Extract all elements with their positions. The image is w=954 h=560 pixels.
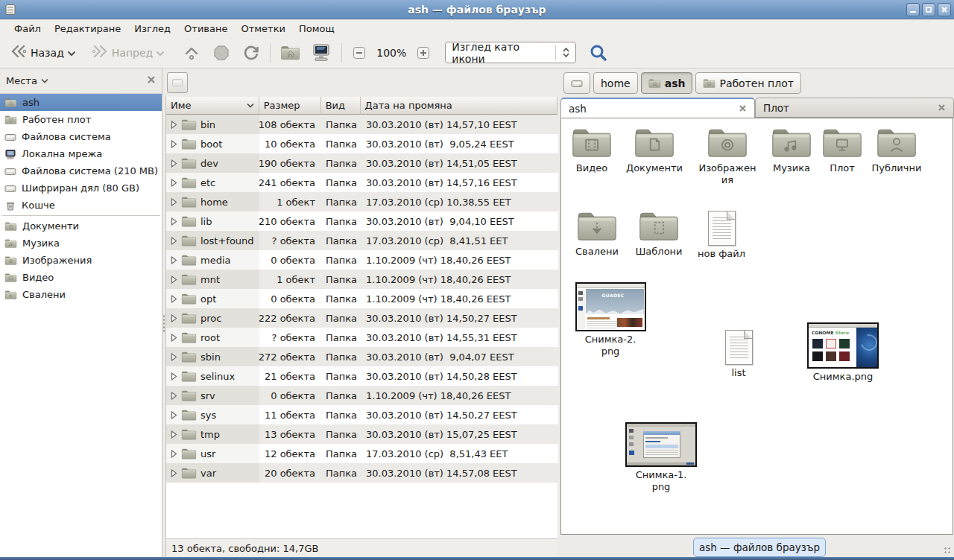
expander-icon[interactable] [171, 295, 177, 303]
reload-button[interactable] [238, 41, 264, 65]
file-item-нов-файл[interactable]: нов файл [694, 211, 749, 260]
icon-item-документи[interactable]: Документи [620, 126, 689, 174]
sidebar-item-локална-мрежа[interactable]: Локална мрежа [0, 145, 162, 162]
expander-icon[interactable] [171, 256, 177, 264]
zoom-in-button[interactable] [412, 42, 435, 63]
search-button[interactable] [585, 40, 612, 66]
sidebar-item-файлова-система[interactable]: Файлова система [0, 128, 162, 145]
table-row-etc[interactable]: etc241 обектаПапка30.03.2010 (вт) 14,57,… [166, 173, 558, 192]
table-row-mnt[interactable]: mnt1 обектПапка1.10.2009 (чт) 18,40,26 E… [166, 270, 558, 289]
column-header-type[interactable]: Вид [321, 97, 361, 115]
menu-edit[interactable]: Редактиране [48, 21, 127, 36]
table-row-srv[interactable]: srv0 обектаПапка1.10.2009 (чт) 18,40,26 … [166, 386, 558, 405]
sidebar-item-свалени[interactable]: Свалени [0, 286, 162, 303]
view-mode-spinner-icon[interactable] [556, 48, 575, 57]
back-button[interactable]: Назад [6, 40, 80, 65]
table-row-proc[interactable]: proc222 обектаПапка30.03.2010 (вт) 14,50… [166, 308, 558, 328]
expander-icon[interactable] [171, 314, 177, 322]
expander-icon[interactable] [171, 198, 177, 206]
menu-bookmarks[interactable]: Отметки [234, 21, 291, 36]
restore-button[interactable] [922, 3, 935, 16]
sidebar-item-шифриран-дял-80-gb-[interactable]: Шифриран дял (80 GB) [0, 179, 162, 197]
table-row-sys[interactable]: sys11 обектаПапка30.03.2010 (вт) 14,50,2… [166, 405, 558, 424]
sidebar-item-ash[interactable]: ash [0, 94, 162, 111]
expander-icon[interactable] [171, 430, 177, 439]
table-row-tmp[interactable]: tmp13 обектаПапка30.03.2010 (вт) 15,07,2… [166, 424, 558, 444]
menu-help[interactable]: Помощ [292, 21, 341, 36]
table-row-sbin[interactable]: sbin272 обектаПапка30.03.2010 (вт) 9,04,… [166, 347, 558, 366]
sidebar-item-документи[interactable]: Документи [0, 217, 162, 235]
pane-location-button[interactable] [167, 72, 188, 93]
expander-icon[interactable] [171, 217, 177, 226]
tab-ash[interactable]: ash [560, 98, 755, 118]
table-row-dev[interactable]: dev190 обектаПапка30.03.2010 (вт) 14,51,… [166, 153, 558, 173]
breadcrumb-filesystem[interactable] [563, 72, 590, 94]
up-button[interactable] [179, 41, 204, 65]
table-row-selinux[interactable]: selinux21 обектаПапка30.03.2010 (вт) 14,… [166, 366, 558, 386]
tab-close-icon[interactable] [938, 104, 946, 112]
column-header-size[interactable]: Размер [259, 97, 321, 115]
table-row-media[interactable]: media0 обектаПапка1.10.2009 (чт) 18,40,2… [166, 250, 558, 270]
menu-file[interactable]: Файл [7, 21, 48, 36]
tab-плот[interactable]: Плот [755, 98, 954, 118]
close-button[interactable] [938, 3, 951, 16]
image-item--1-png[interactable]: Снимка-1.png [635, 422, 687, 493]
menu-view[interactable]: Изглед [127, 21, 177, 36]
icon-item-шаблони[interactable]: Шаблони [625, 209, 693, 258]
image-item--2-png[interactable]: GUADEC Снимка-2.png [584, 282, 636, 357]
breadcrumb-ash[interactable]: ash [641, 72, 693, 94]
expander-icon[interactable] [171, 469, 177, 477]
column-header-name[interactable]: Име [166, 97, 259, 115]
expander-icon[interactable] [171, 159, 177, 168]
table-row-var[interactable]: var20 обектаПапка30.03.2010 (вт) 14,57,0… [166, 463, 558, 483]
expander-icon[interactable] [171, 140, 177, 148]
sidebar-title-select[interactable]: Места [6, 75, 147, 86]
minimize-button[interactable] [906, 3, 920, 16]
image-item--png[interactable]: CGNOME Store Снимка.png [802, 322, 884, 383]
table-row-lost+found[interactable]: lost+found? обектаПапка17.03.2010 (ср) 8… [166, 231, 558, 250]
expander-icon[interactable] [171, 450, 177, 458]
table-row-boot[interactable]: boot10 обектаПапка30.03.2010 (вт) 9,05,2… [166, 134, 558, 153]
table-row-home[interactable]: home1 обектПапка17.03.2010 (ср) 10,38,55… [166, 192, 558, 211]
home-button[interactable] [277, 42, 304, 64]
icon-item-изображения[interactable]: Изображения [698, 126, 757, 186]
expander-icon[interactable] [171, 411, 177, 419]
icon-view[interactable]: Видео Документи Изображения Музика Плот … [560, 118, 953, 535]
icon-item-видео[interactable]: Видео [557, 126, 626, 174]
forward-button[interactable]: Напред [87, 40, 168, 65]
icon-item-плот[interactable]: Плот [808, 126, 876, 174]
sidebar-item-файлова-система-210-mb-[interactable]: Файлова система (210 MB) [0, 162, 162, 179]
expander-icon[interactable] [171, 276, 177, 284]
table-row-opt[interactable]: opt0 обектаПапка1.10.2009 (чт) 18,40,26 … [166, 289, 558, 308]
icon-item-свалени[interactable]: Свалени [563, 209, 631, 258]
back-history-chevron-icon[interactable] [67, 47, 76, 59]
column-header-date[interactable]: Дата на промяна [361, 97, 557, 115]
resize-grip[interactable] [944, 547, 951, 554]
menu-go[interactable]: Отиване [177, 21, 234, 36]
table-row-bin[interactable]: bin108 обектаПапка30.03.2010 (вт) 14,57,… [166, 115, 558, 134]
view-mode-select[interactable]: Изглед като икони [445, 42, 576, 63]
breadcrumb-работен-плот[interactable]: Работен плот [695, 72, 800, 94]
expander-icon[interactable] [171, 372, 177, 381]
expander-icon[interactable] [171, 121, 177, 129]
sidebar-close-icon[interactable] [147, 75, 156, 86]
table-row-usr[interactable]: usr12 обектаПапка17.03.2010 (ср) 8,51,43… [166, 444, 558, 463]
stop-button[interactable] [209, 41, 234, 65]
icon-item-публични[interactable]: Публични [868, 126, 925, 174]
expander-icon[interactable] [171, 353, 177, 361]
zoom-out-button[interactable] [348, 42, 370, 63]
sidebar-item-музика[interactable]: Музика [0, 235, 162, 252]
table-row-root[interactable]: root? обектаПапка30.03.2010 (вт) 14,55,3… [166, 328, 558, 347]
table-row-lib[interactable]: lib210 обектаПапка30.03.2010 (вт) 9,04,1… [166, 211, 558, 231]
expander-icon[interactable] [171, 392, 177, 400]
breadcrumb-home[interactable]: home [593, 72, 638, 94]
expander-icon[interactable] [171, 334, 177, 342]
file-item-list[interactable]: list [720, 330, 757, 379]
expander-icon[interactable] [171, 179, 177, 187]
sidebar-item-работен-плот[interactable]: Работен плот [0, 111, 162, 128]
sidebar-item-кошче[interactable]: Кошче [0, 197, 162, 214]
tab-close-icon[interactable] [739, 104, 747, 112]
sidebar-item-видео[interactable]: Видео [0, 269, 162, 286]
sidebar-item-изображения[interactable]: Изображения [0, 252, 162, 269]
computer-button[interactable] [307, 40, 335, 66]
